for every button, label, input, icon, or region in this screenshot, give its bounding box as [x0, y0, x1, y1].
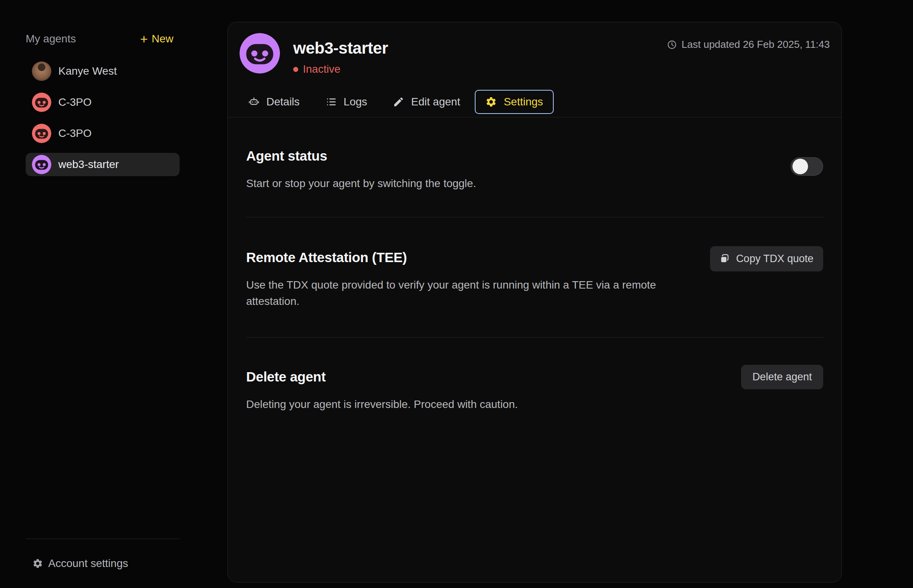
tab-label: Edit agent [411, 96, 460, 108]
status-dot-icon [293, 67, 298, 72]
tab-edit-agent[interactable]: Edit agent [393, 96, 460, 108]
sidebar-item-kanye-west[interactable]: Kanye West [26, 60, 180, 83]
agent-avatar [240, 33, 280, 74]
sidebar-item-c-3po-1[interactable]: C-3PO [26, 91, 180, 114]
robot-icon [248, 96, 260, 108]
last-updated-label: Last updated 26 Feb 2025, 11:43 [682, 38, 830, 51]
agent-status-description: Start or stop your agent by switching th… [246, 175, 823, 192]
agent-status-title: Agent status [246, 117, 823, 164]
toggle-knob [792, 159, 808, 174]
agent-name: C-3PO [58, 96, 92, 108]
last-updated: Last updated 26 Feb 2025, 11:43 [667, 38, 830, 51]
account-settings-label: Account settings [48, 557, 128, 570]
tab-details[interactable]: Details [248, 96, 300, 108]
title-block: web3-starter Inactive [293, 33, 388, 75]
delete-agent-label: Delete agent [752, 371, 812, 383]
delete-agent-section: Delete agent Deleting your agent is irre… [228, 338, 841, 454]
remote-attestation-description: Use the TDX quote provided to verify you… [246, 277, 682, 310]
sidebar-item-web3-starter[interactable]: web3-starter [26, 153, 180, 176]
status-label: Inactive [303, 63, 341, 75]
sidebar-title: My agents [26, 33, 76, 45]
tab-logs[interactable]: Logs [325, 96, 367, 108]
new-agent-label: New [152, 33, 173, 45]
agent-list: Kanye West C-3PO C-3PO web3-starter [17, 60, 180, 184]
tab-label: Details [266, 96, 300, 108]
new-agent-button[interactable]: + New [140, 33, 173, 45]
agent-panel: web3-starter Inactive Last updated 26 Fe… [227, 22, 842, 583]
sidebar-header: My agents + New [26, 33, 173, 45]
robot-avatar [32, 124, 51, 143]
copy-tdx-quote-label: Copy TDX quote [736, 253, 813, 265]
delete-agent-button[interactable]: Delete agent [741, 365, 823, 389]
tab-settings[interactable]: Settings [475, 90, 553, 114]
plus-icon: + [140, 35, 148, 43]
tab-label: Settings [504, 96, 543, 108]
remote-attestation-section: Remote Attestation (TEE) Use the TDX quo… [228, 217, 841, 338]
gear-icon [32, 558, 43, 569]
panel-header: web3-starter Inactive Last updated 26 Fe… [240, 33, 830, 75]
copy-tdx-quote-button[interactable]: Copy TDX quote [710, 246, 823, 271]
delete-agent-description: Deleting your agent is irreversible. Pro… [246, 396, 823, 413]
clock-icon [667, 40, 677, 50]
pencil-icon [393, 96, 404, 108]
agent-identity: web3-starter Inactive [240, 33, 388, 75]
agent-name: web3-starter [58, 158, 119, 171]
agent-name: C-3PO [58, 127, 92, 140]
sidebar-item-c-3po-2[interactable]: C-3PO [26, 122, 180, 145]
copy-icon [720, 254, 730, 264]
sidebar: My agents + New Kanye West C-3PO C-3PO [0, 0, 227, 588]
robot-avatar [32, 93, 51, 112]
agent-status-toggle[interactable] [791, 157, 823, 176]
agent-name: Kanye West [58, 65, 117, 77]
robot-avatar [32, 155, 51, 174]
account-settings-button[interactable]: Account settings [32, 557, 128, 570]
sidebar-divider [26, 539, 180, 539]
page-title: web3-starter [293, 39, 388, 58]
list-icon [325, 96, 337, 108]
agent-status-section: Agent status Start or stop your agent by… [228, 117, 841, 217]
delete-agent-title: Delete agent [246, 338, 823, 385]
tab-bar: Details Logs Edit agent Settings [248, 90, 554, 114]
avatar [32, 61, 51, 81]
tab-label: Logs [344, 96, 367, 108]
gear-icon [485, 96, 497, 108]
status-badge: Inactive [293, 63, 388, 75]
